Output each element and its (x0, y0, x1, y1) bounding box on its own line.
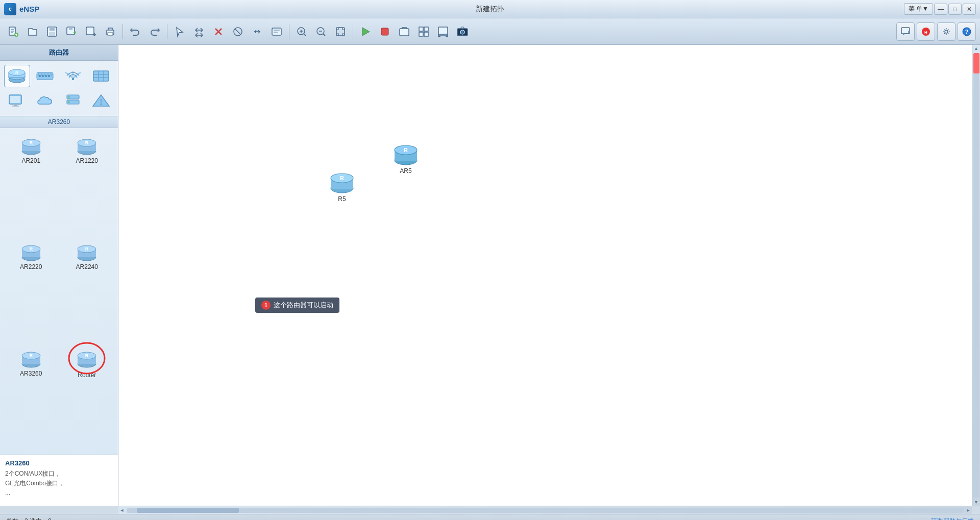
move-button[interactable] (190, 22, 208, 41)
switch-type-icon (35, 67, 55, 85)
app-logo-icon: e (4, 3, 16, 15)
device-item-ar201[interactable]: R AR201 (4, 132, 58, 236)
right-scrollbar[interactable]: ▲ ▼ (972, 45, 980, 506)
hscroll-thumb[interactable] (137, 508, 239, 513)
canvas-node-ar5-label: AR5 (400, 167, 411, 175)
device-ar3260-label: AR3260 (20, 370, 42, 377)
device-type-other[interactable] (88, 89, 114, 112)
sep2 (167, 24, 167, 39)
window-controls: 菜 单▼ — □ ✕ (904, 3, 976, 15)
redo-button[interactable] (145, 22, 164, 41)
help-link[interactable]: 获取帮助与反馈 (931, 517, 974, 520)
window-title: 新建拓扑 (476, 5, 504, 14)
svg-rect-54 (10, 96, 20, 103)
svg-rect-6 (69, 27, 72, 30)
svg-rect-20 (400, 29, 409, 36)
scroll-thumb[interactable] (973, 53, 979, 73)
svg-point-34 (945, 30, 948, 33)
svg-rect-27 (446, 36, 448, 37)
device-item-ar2240[interactable]: R AR2240 (60, 238, 114, 342)
help-button[interactable]: ? (958, 22, 976, 41)
save-as-button[interactable] (62, 22, 81, 41)
sidebar: 路由器 R (0, 45, 118, 506)
chat-button[interactable] (896, 22, 915, 41)
device-type-security[interactable] (88, 65, 114, 87)
save-file-button[interactable] (43, 22, 61, 41)
svg-text:R: R (85, 140, 89, 145)
grid-button[interactable] (414, 22, 433, 41)
menu-button[interactable]: 菜 单▼ (904, 3, 933, 15)
info-title: AR3260 (5, 459, 113, 467)
info-description: 2个CON/AUX接口，GE光电Combo接口，... (5, 469, 113, 499)
svg-point-43 (39, 75, 41, 77)
canvas-area[interactable]: R R5 R AR5 1 这个路由器可以启动 (118, 45, 972, 506)
canvas-node-r5[interactable]: R R5 (328, 170, 356, 203)
app-name: eNSP (19, 5, 39, 13)
device-type-switch[interactable] (32, 65, 58, 87)
capture-button[interactable] (395, 22, 413, 41)
undo-button[interactable] (126, 22, 144, 41)
bottom-scrollbar[interactable]: ◄ ► (118, 506, 972, 514)
svg-point-30 (461, 31, 463, 33)
device-category-label: AR3260 (0, 116, 118, 128)
connect-button[interactable] (248, 22, 266, 41)
print-button[interactable] (101, 22, 119, 41)
svg-rect-17 (336, 28, 345, 36)
import-button[interactable] (82, 22, 100, 41)
camera-button[interactable] (453, 22, 472, 41)
device-item-ar3260[interactable]: R AR3260 (4, 345, 58, 451)
svg-rect-4 (49, 32, 55, 36)
svg-marker-18 (362, 28, 370, 36)
hscroll-track[interactable] (127, 508, 964, 513)
svg-rect-23 (419, 32, 423, 36)
device-ar1220-label: AR1220 (76, 157, 98, 164)
close-button[interactable]: ✕ (963, 4, 976, 15)
device-type-wireless[interactable] (60, 65, 86, 87)
device-type-pc[interactable] (4, 89, 30, 112)
device-item-router[interactable]: R Router (60, 345, 114, 451)
device-type-router[interactable]: R (4, 65, 30, 87)
svg-point-46 (48, 75, 50, 77)
toolbar: H ? (0, 18, 980, 45)
stop-button[interactable] (376, 22, 394, 41)
topo-button[interactable] (434, 22, 452, 41)
new-file-button[interactable] (4, 22, 22, 41)
scroll-up-arrow[interactable]: ▲ (973, 45, 980, 52)
hscroll-right-arrow[interactable]: ► (965, 507, 972, 514)
svg-text:R: R (30, 353, 33, 358)
tooltip-text: 这个路由器可以启动 (274, 301, 333, 310)
svg-text:R: R (30, 140, 33, 145)
device-item-ar2220[interactable]: R AR2220 (4, 238, 58, 342)
svg-point-44 (42, 75, 44, 77)
device-ar2240-label: AR2240 (76, 263, 98, 270)
label-button[interactable] (267, 22, 286, 41)
settings-button[interactable] (937, 22, 955, 41)
info-panel: AR3260 2个CON/AUX接口，GE光电Combo接口，... (0, 455, 118, 506)
canvas-node-ar5[interactable]: R AR5 (391, 142, 420, 175)
router-type-icon: R (7, 67, 27, 85)
huawei-button[interactable]: H (917, 22, 935, 41)
delete-button[interactable] (209, 22, 228, 41)
svg-text:R: R (85, 246, 89, 252)
maximize-button[interactable]: □ (948, 4, 962, 15)
svg-text:R: R (85, 353, 89, 358)
svg-rect-9 (108, 33, 113, 35)
minimize-button[interactable]: — (934, 4, 947, 15)
other-type-icon (91, 92, 111, 109)
fit-button[interactable] (331, 22, 350, 41)
scroll-track[interactable] (973, 53, 979, 498)
scroll-down-arrow[interactable]: ▼ (973, 499, 980, 506)
erase-button[interactable] (229, 22, 247, 41)
zoom-in-button[interactable] (292, 22, 311, 41)
device-type-cloud[interactable] (32, 89, 58, 112)
canvas-node-r5-label: R5 (338, 195, 346, 203)
hscroll-left-arrow[interactable]: ◄ (118, 507, 126, 514)
device-type-server[interactable] (60, 89, 86, 112)
start-button[interactable] (356, 22, 375, 41)
device-item-ar1220[interactable]: R AR1220 (60, 132, 114, 236)
device-ar2220-label: AR2220 (20, 263, 42, 270)
svg-rect-25 (438, 27, 448, 34)
zoom-out-button[interactable] (312, 22, 330, 41)
select-button[interactable] (170, 22, 189, 41)
open-file-button[interactable] (23, 22, 42, 41)
